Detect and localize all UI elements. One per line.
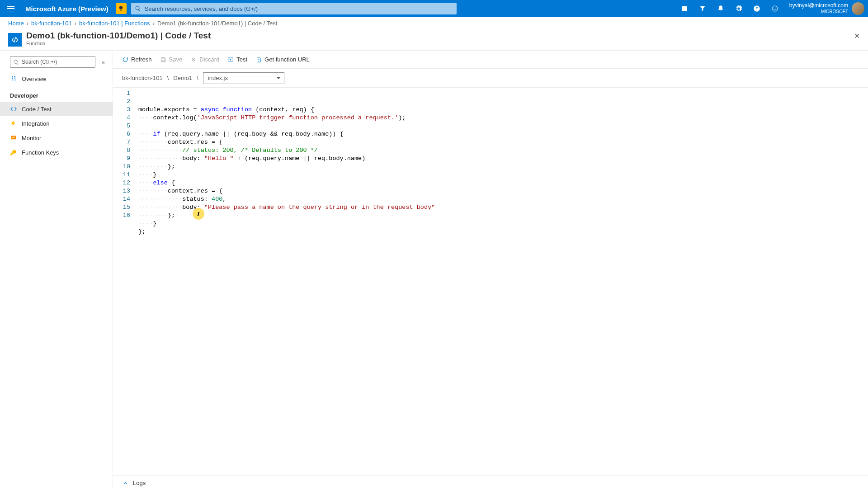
feedback-icon[interactable] (766, 0, 784, 17)
global-search[interactable] (131, 3, 457, 14)
breadcrumb-current: Demo1 (bk-function-101/Demo1) | Code / T… (157, 20, 277, 27)
sidebar-item-label: Overview (22, 75, 46, 82)
avatar (852, 2, 864, 15)
save-button: Save (160, 56, 183, 63)
top-header: Microsoft Azure (Preview) byvinyal@micro… (0, 0, 868, 17)
save-icon (160, 57, 166, 63)
path-sep: \ (167, 75, 169, 81)
directory-filter-icon[interactable] (693, 0, 712, 17)
path-sep: \ (197, 75, 198, 81)
settings-icon[interactable] (730, 0, 748, 17)
editor-code[interactable]: module.exports = async function (context… (135, 88, 868, 475)
content-pane: Refresh Save Discard Test Get function U… (113, 51, 868, 490)
sidebar-item-label: Integration (22, 120, 49, 127)
refresh-button[interactable]: Refresh (122, 56, 152, 63)
code-icon (10, 105, 17, 113)
global-search-input[interactable] (141, 5, 453, 12)
sidebar-item-integration[interactable]: Integration (0, 116, 113, 131)
sidebar-item-code-test[interactable]: Code / Test (0, 102, 113, 116)
sidebar-search-input[interactable] (19, 59, 92, 65)
discard-icon (190, 57, 197, 63)
search-icon (13, 59, 19, 65)
breadcrumb-sep: › (27, 20, 28, 27)
file-select-value: index.js (208, 75, 228, 81)
code-editor[interactable]: 12345678910111213141516 module.exports =… (113, 88, 868, 475)
user-text: byvinyal@microsoft.com MICROSOFT (789, 3, 848, 14)
user-email: byvinyal@microsoft.com (789, 3, 848, 9)
file-path-row: bk-function-101 \ Demo1 \ index.js (113, 69, 868, 88)
breadcrumb: Home › bk-function-101 › bk-function-101… (0, 17, 868, 30)
user-org: MICROSOFT (789, 9, 848, 14)
sidebar-item-monitor[interactable]: Monitor (0, 131, 113, 145)
sidebar-item-label: Function Keys (22, 149, 59, 156)
refresh-icon (122, 57, 128, 63)
breadcrumb-sep: › (153, 20, 155, 27)
cloud-shell-icon[interactable] (675, 0, 693, 17)
blade-title: Demo1 (bk-function-101/Demo1) | Code / T… (26, 31, 860, 41)
function-icon (8, 33, 22, 47)
sidebar-item-function-keys[interactable]: Function Keys (0, 145, 113, 160)
sidebar-section-developer: Developer (0, 86, 113, 102)
sidebar-item-label: Code / Test (22, 106, 52, 113)
link-icon (255, 57, 262, 63)
close-blade-button[interactable]: ✕ (854, 32, 860, 40)
editor-gutter: 12345678910111213141516 (113, 88, 135, 475)
blade-header: Demo1 (bk-function-101/Demo1) | Code / T… (0, 30, 868, 50)
preview-badge-icon[interactable] (116, 3, 127, 14)
sidebar-item-label: Monitor (22, 135, 41, 141)
path-segment: Demo1 (173, 75, 192, 81)
sidebar-item-overview[interactable]: Overview (0, 71, 113, 86)
help-icon[interactable] (748, 0, 766, 17)
logs-label: Logs (133, 480, 146, 486)
discard-button: Discard (190, 56, 219, 63)
hamburger-menu[interactable] (0, 0, 22, 17)
breadcrumb-link[interactable]: bk-function-101 | Functions (79, 20, 150, 27)
sidebar-search[interactable] (10, 56, 95, 68)
chevron-up-icon (122, 480, 128, 486)
bolt-icon (10, 120, 17, 127)
breadcrumb-link[interactable]: bk-function-101 (31, 20, 72, 27)
file-select-dropdown[interactable]: index.js (203, 72, 284, 84)
sidebar: « Overview Developer Code / Test Integra… (0, 51, 113, 490)
breadcrumb-sep: › (75, 20, 76, 27)
notifications-icon[interactable] (712, 0, 730, 17)
key-icon (10, 149, 17, 156)
path-segment: bk-function-101 (122, 75, 163, 81)
header-icons: byvinyal@microsoft.com MICROSOFT (675, 0, 868, 17)
svg-point-1 (774, 8, 774, 8)
svg-point-0 (772, 6, 778, 11)
search-icon (135, 5, 141, 12)
blade-subtitle: Function (26, 41, 860, 46)
monitor-icon (10, 134, 17, 141)
toolbar: Refresh Save Discard Test Get function U… (113, 51, 868, 69)
get-function-url-button[interactable]: Get function URL (255, 56, 310, 63)
logs-toggle[interactable]: Logs (113, 475, 868, 490)
test-icon (227, 57, 234, 63)
user-menu[interactable]: byvinyal@microsoft.com MICROSOFT (784, 2, 868, 15)
hamburger-icon (7, 6, 14, 11)
svg-point-2 (775, 8, 776, 8)
breadcrumb-link[interactable]: Home (8, 20, 24, 27)
test-button[interactable]: Test (227, 56, 247, 63)
function-icon (10, 75, 17, 82)
brand-label[interactable]: Microsoft Azure (Preview) (22, 5, 116, 13)
collapse-sidebar-button[interactable]: « (99, 58, 107, 66)
